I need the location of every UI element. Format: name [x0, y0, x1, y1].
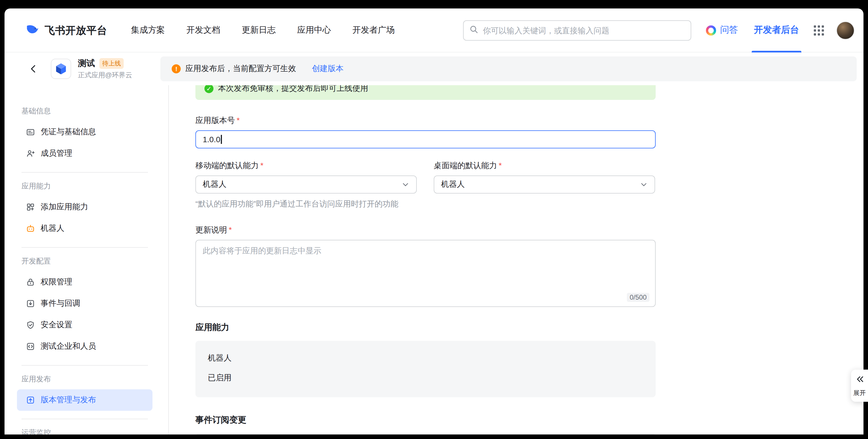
events-summary-box [195, 433, 656, 435]
sidebar-item-events-callback[interactable]: 事件与回调 [17, 293, 153, 314]
sidebar-item-test-org[interactable]: 测试企业和人员 [17, 336, 153, 357]
mobile-capability-label-row: 移动端的默认能力 * [195, 161, 417, 171]
desktop-capability-label: 桌面端的默认能力 [434, 161, 497, 171]
qa-ring-icon [706, 25, 716, 35]
status-badge: 待上线 [99, 58, 124, 69]
content-area: ✓ 本次发布免审核，提交发布后即可上线使用 应用版本号 * 1.0.0 [169, 85, 864, 435]
sidebar-item-members[interactable]: 机器人 成员管理 [17, 143, 153, 164]
warning-icon: ! [172, 64, 181, 73]
app-launcher-icon[interactable] [814, 25, 824, 35]
mobile-capability-value: 机器人 [203, 179, 226, 190]
release-notes-field: 0/500 [195, 240, 656, 307]
sidebar-item-add-capability[interactable]: 添加应用能力 [17, 196, 153, 218]
search-box[interactable] [463, 20, 691, 40]
members-icon [26, 149, 35, 158]
version-label-row: 应用版本号 * [195, 116, 656, 126]
text-cursor [221, 135, 222, 144]
capability-status: 已启用 [208, 373, 643, 383]
sidebar-item-bot[interactable]: 机器人 [17, 218, 153, 239]
expand-label: 展开 [852, 389, 867, 397]
char-counter: 0/500 [627, 293, 649, 302]
events-section-title: 事件订阅变更 [195, 414, 656, 426]
event-callback-icon [26, 299, 35, 308]
sidebar-section-basic-info: 基础信息 [22, 105, 148, 117]
sidebar-section-release: 应用发布 [22, 374, 148, 385]
credential-icon [26, 128, 35, 137]
desktop-capability-label-row: 桌面端的默认能力 * [434, 161, 655, 171]
release-notes-input[interactable] [196, 240, 655, 306]
sidebar-item-security[interactable]: 安全设置 [17, 314, 153, 336]
sidebar-item-version-release[interactable]: 版本管理与发布 [17, 390, 153, 411]
desktop-capability-value: 机器人 [441, 179, 465, 190]
capability-summary-box: 机器人 已启用 [195, 341, 656, 397]
success-banner: ✓ 本次发布免审核，提交发布后即可上线使用 [195, 85, 656, 100]
capability-hint: “默认的应用功能”即用户通过工作台访问应用时打开的功能 [195, 199, 656, 209]
browser-window: 飞书开放平台 集成方案 开发文档 更新日志 应用中心 开发者广场 问答 [4, 8, 864, 435]
sidebar-section-monitoring: 运营监控 [22, 427, 148, 435]
desktop-capability-select[interactable]: 机器人 [434, 175, 655, 194]
search-icon [469, 25, 478, 36]
nav-item-docs[interactable]: 开发文档 [186, 25, 220, 36]
version-label: 应用版本号 [195, 116, 235, 126]
chevron-down-icon [640, 180, 648, 189]
brand-name: 飞书开放平台 [44, 24, 107, 37]
brand[interactable]: 飞书开放平台 [25, 22, 107, 39]
mobile-capability-label: 移动端的默认能力 [195, 161, 259, 171]
main-area: 基础信息 凭证与基础信息 机器人 成员管理 应用能力 [4, 85, 864, 435]
sidebar-item-credentials[interactable]: 凭证与基础信息 [17, 121, 153, 143]
tab-developer-console[interactable]: 开发者后台 [754, 8, 799, 52]
expand-panel-button[interactable]: 展开 [851, 370, 868, 402]
avatar[interactable] [836, 21, 855, 39]
release-notes-label-row: 更新说明 * [195, 225, 656, 235]
nav-item-dev-plaza[interactable]: 开发者广场 [352, 25, 395, 36]
release-notes-label: 更新说明 [195, 225, 227, 235]
nav-item-integration[interactable]: 集成方案 [131, 25, 165, 36]
success-banner-text: 本次发布免审核，提交发布后即可上线使用 [218, 85, 368, 94]
screen: 飞书开放平台 集成方案 开发文档 更新日志 应用中心 开发者广场 问答 [0, 0, 868, 439]
lock-icon [26, 278, 35, 286]
add-capability-icon [26, 203, 35, 212]
publish-alert-banner: ! 应用发布后，当前配置方可生效 创建版本 [160, 57, 857, 81]
capability-name: 机器人 [208, 353, 643, 363]
capability-section-title: 应用能力 [195, 322, 656, 333]
test-org-icon [26, 342, 35, 351]
app-header-bar: 测试 待上线 正式应用@环界云 ! 应用发布后，当前配置方可生效 创建版本 [4, 53, 864, 85]
search-input[interactable] [483, 26, 685, 35]
sidebar-divider [22, 419, 148, 419]
nav-item-changelog[interactable]: 更新日志 [242, 25, 276, 36]
robot-icon [26, 224, 35, 233]
required-mark: * [237, 116, 240, 125]
app-meta: 测试 待上线 正式应用@环界云 [78, 58, 132, 80]
sidebar-item-label: 凭证与基础信息 [41, 127, 96, 137]
sidebar-divider [22, 247, 148, 248]
sidebar-item-permissions[interactable]: 权限管理 [17, 271, 153, 293]
sidebar-item-label: 安全设置 [41, 320, 72, 330]
sidebar-item-label: 测试企业和人员 [41, 341, 96, 351]
create-version-link[interactable]: 创建版本 [312, 64, 343, 74]
sidebar-divider [22, 365, 148, 366]
version-value: 1.0.0 [203, 135, 220, 144]
developer-console-label: 开发者后台 [754, 24, 799, 36]
sidebar-divider [22, 172, 148, 173]
required-mark: * [260, 161, 264, 170]
app-name: 测试 [78, 58, 95, 69]
app-subtitle: 正式应用@环界云 [78, 70, 132, 80]
sidebar-item-label: 机器人 [41, 224, 64, 234]
back-button[interactable] [27, 63, 39, 75]
sidebar-section-dev-config: 开发配置 [22, 256, 148, 267]
main-nav: 集成方案 开发文档 更新日志 应用中心 开发者广场 [131, 25, 395, 36]
qa-entry[interactable]: 问答 [706, 24, 738, 36]
double-chevron-left-icon [855, 375, 864, 383]
publish-icon [26, 396, 35, 405]
required-mark: * [229, 225, 232, 234]
sidebar-item-label: 权限管理 [41, 277, 72, 287]
shield-icon [26, 320, 35, 330]
feishu-logo-icon [25, 22, 40, 39]
qa-label: 问答 [720, 24, 738, 36]
app-cube-icon [51, 59, 71, 79]
mobile-capability-select[interactable]: 机器人 [195, 175, 417, 194]
version-input[interactable]: 1.0.0 [195, 130, 656, 148]
nav-item-app-center[interactable]: 应用中心 [297, 25, 331, 36]
sidebar-section-capabilities: 应用能力 [22, 180, 148, 192]
alert-text: 应用发布后，当前配置方可生效 [185, 64, 296, 74]
